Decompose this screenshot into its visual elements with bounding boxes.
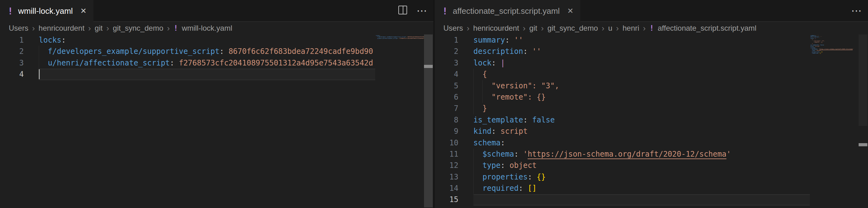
minimap[interactable]: locks: f/developers_example/supportive_s… [376,35,424,41]
chevron-right-icon: › [106,24,109,33]
code-token: u/henri/affectionate_script [48,58,170,67]
line-number[interactable]: 6 [435,92,458,103]
close-icon[interactable]: ✕ [567,7,574,15]
minimap-line [810,54,859,55]
breadcrumb-item[interactable]: henricourdent [473,24,519,32]
line-number[interactable]: 2 [435,46,458,57]
line-number[interactable]: 4 [435,69,458,80]
code-line[interactable]: type: object [473,160,809,171]
minimap[interactable]: summary: ''description: ''lock: | { "ver… [810,35,859,55]
code-token: : [514,150,519,158]
breadcrumb-item[interactable]: git_sync_demo [548,24,598,32]
indent-guide [483,80,483,92]
line-number[interactable]: 1 [0,34,24,46]
line-number[interactable]: 11 [435,149,458,160]
code-token: {} [532,173,546,181]
code-token [473,161,483,170]
line-number[interactable]: 4 [0,69,24,80]
tab-affectionate-script-yaml[interactable]: ! affectionate_script.script.yaml ✕ [435,0,580,22]
more-actions-icon[interactable]: ⋯ [416,5,428,16]
code-line[interactable]: "remote": {} [473,92,809,103]
chevron-right-icon: › [88,24,91,33]
overview-ruler-cursor-mark [859,143,867,146]
line-number[interactable]: 3 [435,57,458,69]
code-token: ' [853,48,853,50]
code-token: type [483,161,501,170]
code-line[interactable]: description: '' [473,46,809,57]
code-token: locks [39,36,61,45]
editor[interactable]: 1234locks: f/developers_example/supporti… [0,34,433,207]
breadcrumb-item[interactable]: u [608,24,612,32]
breadcrumb-item[interactable]: Users [9,24,28,32]
breadcrumb-item[interactable]: git_sync_demo [113,24,163,32]
line-number[interactable]: 7 [435,103,458,114]
breadcrumb-item[interactable]: git [529,24,537,32]
minimap-line: u/henri/affectionate_script: f2768573cfc… [376,38,424,39]
breadcrumb: Users›henricourdent›git›git_sync_demo›u›… [435,22,868,34]
code-line[interactable]: lock: | [473,57,809,69]
breadcrumb: Users›henricourdent›git›git_sync_demo›!w… [0,22,433,34]
code-token: ' [519,150,528,158]
line-number[interactable]: 10 [435,137,458,149]
code-token [39,47,48,56]
code-token: 8670f6c62f683bdea72249cadfe9bd90 [224,47,373,56]
line-number[interactable]: 12 [435,160,458,171]
code-line[interactable]: f/developers_example/supportive_script: … [39,46,374,57]
line-number[interactable]: 3 [0,57,24,69]
code-line[interactable]: $schema: 'https://json-schema.org/draft/… [473,149,809,160]
indent-guide [473,160,474,171]
tab-wmill-lock-yaml[interactable]: ! wmill-lock.yaml ✕ [0,0,93,22]
vertical-scrollbar[interactable] [859,34,867,207]
line-number[interactable]: 5 [435,80,458,92]
code-token [39,58,48,67]
split-editor-icon[interactable] [398,6,407,16]
line-number[interactable]: 8 [435,114,458,126]
code-token: false [527,115,555,124]
code-line[interactable]: schema: [473,137,809,149]
code-token: f2768573cfc204108975501312a4d95e7543a635… [175,58,373,67]
breadcrumb-file[interactable]: wmill-lock.yaml [182,24,232,32]
code-line[interactable]: locks: [39,34,374,46]
breadcrumb-file[interactable]: affectionate_script.script.yaml [657,24,756,32]
code-token: kind [473,127,492,136]
code-area[interactable]: summary: ''description: ''lock: | { "ver… [473,34,809,206]
code-area[interactable]: locks: f/developers_example/supportive_s… [39,34,374,80]
breadcrumb-item[interactable]: henricourdent [38,24,85,32]
more-actions-icon[interactable]: ⋯ [851,5,862,16]
line-number[interactable]: 13 [435,171,458,183]
vertical-scrollbar[interactable] [424,34,433,207]
code-line[interactable]: properties: {} [473,171,809,183]
scrollbar-slider[interactable] [859,34,867,126]
close-icon[interactable]: ✕ [80,7,87,15]
code-token: : [505,36,509,45]
code-line[interactable]: } [473,103,809,114]
line-number[interactable]: 14 [435,183,458,194]
scrollbar-slider[interactable] [424,34,433,207]
code-line[interactable]: "version": "3", [473,80,809,92]
code-line[interactable] [473,194,809,205]
indent-guide [473,69,474,80]
code-line[interactable]: { [473,69,809,80]
code-line[interactable]: is_template: false [473,114,809,126]
line-number[interactable]: 1 [435,34,458,46]
code-token: : [492,58,496,67]
code-line[interactable] [39,69,374,80]
minimap-line [376,39,424,41]
line-number[interactable]: 9 [435,126,458,137]
line-number[interactable]: 2 [0,46,24,57]
tab-label: wmill-lock.yaml [18,6,73,16]
code-line[interactable]: u/henri/affectionate_script: f2768573cfc… [39,57,374,69]
breadcrumb-item[interactable]: git [95,24,102,32]
chevron-right-icon: › [541,24,544,33]
breadcrumb-item[interactable]: henri [623,24,639,32]
line-number[interactable]: 15 [435,194,458,205]
chevron-right-icon: › [467,24,470,33]
breadcrumb-item[interactable]: Users [443,24,463,32]
code-line[interactable]: required: [] [473,183,809,194]
code-token: u/henri/affectionate_script [377,37,398,39]
code-line[interactable]: kind: script [473,126,809,137]
code-line[interactable]: summary: '' [473,34,809,46]
editor[interactable]: 123456789101112131415summary: ''descript… [435,34,868,207]
code-token [473,184,483,193]
code-token: properties [483,173,528,181]
